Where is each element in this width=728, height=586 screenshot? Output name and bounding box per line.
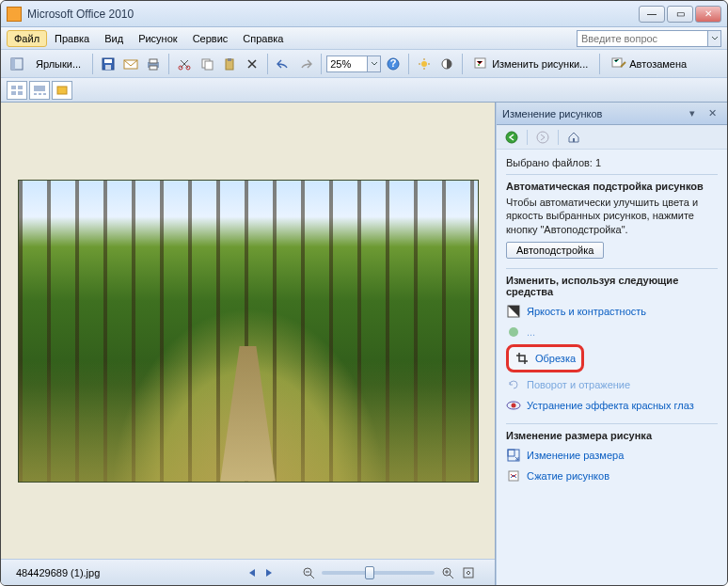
edit-pictures-button[interactable]: Изменить рисунки... bbox=[467, 54, 594, 74]
color-icon bbox=[506, 325, 521, 340]
resize-link[interactable]: Изменение размера bbox=[506, 445, 718, 466]
auto-adjust-button[interactable]: Автоподстройка bbox=[506, 242, 604, 259]
zoom-in-button[interactable] bbox=[440, 565, 455, 580]
svg-rect-14 bbox=[228, 58, 231, 61]
filename-label: 484429689 (1).jpg bbox=[10, 567, 100, 578]
svg-text:?: ? bbox=[390, 57, 397, 69]
triangle-right-icon bbox=[264, 568, 274, 578]
auto-brightness-button[interactable] bbox=[414, 54, 435, 74]
copy-icon bbox=[200, 57, 214, 71]
mail-button[interactable] bbox=[120, 54, 141, 74]
menu-edit[interactable]: Правка bbox=[47, 30, 97, 47]
undo-button[interactable] bbox=[273, 54, 293, 74]
app-icon bbox=[7, 7, 22, 22]
question-input[interactable] bbox=[577, 30, 708, 47]
picture[interactable] bbox=[18, 180, 479, 483]
task-pane-nav bbox=[497, 125, 727, 150]
print-button[interactable] bbox=[143, 54, 164, 74]
svg-rect-8 bbox=[150, 66, 157, 70]
task-forward-button[interactable] bbox=[533, 129, 552, 146]
resize-icon bbox=[506, 448, 521, 463]
thumbnail-view-button[interactable] bbox=[7, 81, 27, 100]
paste-button[interactable] bbox=[219, 54, 240, 74]
cut-button[interactable] bbox=[174, 54, 195, 74]
svg-rect-29 bbox=[18, 91, 23, 95]
paint-icon bbox=[474, 57, 489, 71]
zoom-thumb[interactable] bbox=[365, 566, 374, 579]
selected-count: Выбрано файлов: 1 bbox=[506, 157, 718, 168]
menu-picture[interactable]: Рисунок bbox=[131, 30, 185, 47]
zoom-slider[interactable] bbox=[322, 571, 435, 575]
single-view-button[interactable] bbox=[52, 81, 72, 100]
svg-rect-32 bbox=[39, 93, 41, 95]
titlebar: Microsoft Office 2010 — ▭ ✕ bbox=[1, 1, 727, 27]
task-pane-menu-button[interactable]: ▾ bbox=[689, 107, 703, 120]
svg-point-17 bbox=[421, 61, 427, 67]
task-pane-header: Изменение рисунков ▾ ✕ bbox=[497, 103, 727, 125]
menubar: Файл Правка Вид Рисунок Сервис Справка bbox=[1, 27, 727, 50]
task-back-button[interactable] bbox=[502, 129, 521, 146]
forward-icon bbox=[536, 131, 549, 144]
forest-image bbox=[18, 180, 479, 483]
app-title: Microsoft Office 2010 bbox=[27, 8, 639, 21]
menu-view[interactable]: Вид bbox=[97, 30, 131, 47]
pane-icon bbox=[10, 57, 24, 71]
chevron-down-icon bbox=[711, 36, 719, 41]
zoom-dropdown[interactable] bbox=[368, 55, 381, 72]
menu-file[interactable]: Файл bbox=[7, 30, 47, 47]
task-home-button[interactable] bbox=[564, 129, 583, 146]
svg-rect-31 bbox=[34, 93, 37, 95]
svg-point-49 bbox=[512, 403, 516, 407]
maximize-button[interactable]: ▭ bbox=[667, 6, 693, 23]
view-toolbar bbox=[1, 78, 727, 103]
autocorrect-button[interactable]: Автозамена bbox=[605, 54, 693, 74]
crop-link[interactable]: Обрезка bbox=[514, 351, 576, 366]
redo-icon bbox=[298, 58, 313, 70]
eye-icon bbox=[506, 398, 521, 413]
brightness-link[interactable]: Яркость и контрастность bbox=[506, 301, 718, 322]
compress-link[interactable]: Сжатие рисунков bbox=[506, 466, 718, 486]
redo-button[interactable] bbox=[295, 54, 316, 74]
svg-rect-42 bbox=[464, 568, 473, 578]
svg-rect-4 bbox=[105, 65, 111, 70]
fit-window-button[interactable] bbox=[461, 565, 476, 580]
copy-button[interactable] bbox=[197, 54, 217, 74]
menu-tools[interactable]: Сервис bbox=[185, 30, 236, 47]
minimize-button[interactable]: — bbox=[639, 6, 665, 23]
prev-image-button[interactable] bbox=[245, 565, 260, 580]
tools-section-title: Изменить, используя следующие средства bbox=[506, 275, 718, 297]
undo-icon bbox=[276, 58, 291, 70]
close-button[interactable]: ✕ bbox=[695, 6, 721, 23]
zoom-input[interactable] bbox=[326, 55, 368, 72]
svg-rect-28 bbox=[11, 91, 16, 95]
triangle-left-icon bbox=[247, 568, 257, 578]
zoom-select[interactable] bbox=[326, 55, 381, 72]
auto-contrast-button[interactable] bbox=[436, 54, 457, 74]
task-pane-title: Изменение рисунков bbox=[502, 108, 689, 119]
task-pane-close-button[interactable]: ✕ bbox=[708, 107, 721, 120]
back-icon bbox=[505, 131, 518, 144]
compress-icon bbox=[506, 468, 521, 483]
floppy-icon bbox=[102, 57, 115, 71]
svg-point-24 bbox=[478, 64, 480, 66]
rotate-link[interactable]: Поворот и отражение bbox=[506, 374, 718, 395]
delete-button[interactable] bbox=[242, 54, 262, 74]
crop-icon bbox=[514, 351, 530, 366]
zoom-out-icon bbox=[302, 566, 315, 579]
clipboard-icon bbox=[223, 57, 236, 71]
color-link[interactable]: ... bbox=[506, 322, 718, 342]
help-button[interactable]: ? bbox=[383, 54, 404, 74]
filmstrip-view-button[interactable] bbox=[29, 81, 50, 100]
svg-rect-33 bbox=[43, 93, 46, 95]
menu-help[interactable]: Справка bbox=[235, 30, 291, 47]
shortcuts-button[interactable]: Ярлыки... bbox=[29, 54, 87, 74]
single-icon bbox=[55, 85, 69, 96]
zoom-out-button[interactable] bbox=[301, 565, 316, 580]
next-image-button[interactable] bbox=[261, 565, 277, 580]
redeye-link[interactable]: Устранение эффекта красных глаз bbox=[506, 395, 718, 416]
svg-rect-12 bbox=[205, 61, 213, 70]
svg-rect-25 bbox=[612, 58, 622, 67]
outline-pane-button[interactable] bbox=[7, 54, 27, 74]
save-button[interactable] bbox=[98, 54, 119, 74]
question-dropdown[interactable] bbox=[708, 30, 721, 47]
